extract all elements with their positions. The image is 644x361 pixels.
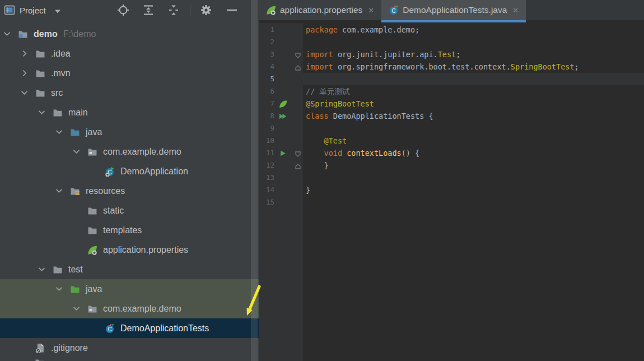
code-line-5: 5 [259,73,644,85]
chevron-spacer [73,207,87,215]
chevron-expanded-icon[interactable] [3,30,18,38]
folder-test-icon [70,284,81,294]
code-line-2: 2 [259,36,644,48]
project-tree: demoF:\demo.idea.mvnsrcmainjavacom.examp… [0,20,259,358]
tree-item-demoapplicationtests[interactable]: CDemoApplicationTests [0,318,259,338]
tree-item-application-properties[interactable]: application.properties [0,240,259,260]
code-editor[interactable]: 1package com.example.demo;23import org.j… [259,20,644,361]
file-ignored-icon [35,343,46,353]
chevron-expanded-icon[interactable] [55,187,70,195]
spring-leaf-gutter-icon[interactable] [279,100,287,108]
chevron-expanded-icon[interactable] [55,285,70,293]
code-text: void contextLoads() { [306,147,419,159]
chevron-collapsed-icon[interactable] [21,70,35,77]
tab-close-icon[interactable]: ✕ [368,6,374,15]
tree-item-src[interactable]: src [0,83,259,103]
folder-icon [35,68,46,78]
code-line-8: 8class DemoApplicationTests { [259,110,644,122]
tree-item-label: .mvn [51,68,71,78]
token: @SpringBootTest [306,99,374,108]
chevron-spacer [90,325,105,332]
tree-item-java[interactable]: java [0,279,259,299]
token: Test [438,50,456,59]
tab-bar-filler [526,0,644,20]
tree-item-label: templates [103,225,142,235]
tree-item-test[interactable]: test [0,260,259,279]
class-springboot-icon: C [105,166,116,177]
tree-item-templates[interactable]: templates [0,220,259,240]
tree-item-main[interactable]: main [0,103,259,122]
tree-item-label: DemoApplication [120,166,188,177]
tree-item--idea[interactable]: .idea [0,44,259,63]
code-text: class DemoApplicationTests { [306,110,433,122]
tree-item-static[interactable]: static [0,201,259,220]
run-test-gutter-icon[interactable] [279,149,287,158]
folder-icon [87,225,99,235]
fold-marker-down[interactable] [295,51,301,58]
tree-item-label: static [103,206,124,216]
run-class-gutter-icon[interactable] [279,112,287,121]
locate-icon[interactable] [116,3,130,17]
panel-title[interactable]: Project [20,6,46,15]
expand-all-icon[interactable] [142,3,155,17]
line-number: 13 [259,172,274,184]
chevron-expanded-icon[interactable] [73,148,87,156]
settings-gear-icon[interactable] [199,3,213,17]
spring-config-icon [266,5,276,15]
code-text: } [306,159,329,172]
tree-item-label: com.example.demo [103,304,181,314]
chevron-expanded-icon[interactable] [73,305,87,313]
tree-item--mvn[interactable]: .mvn [0,63,259,83]
tab-close-icon[interactable]: ✕ [512,6,519,15]
fold-marker-up[interactable] [295,63,301,70]
tree-item-com-example-demo[interactable]: com.example.demo [0,142,259,161]
spring-config-icon [87,245,99,255]
tree-item-demoapplication[interactable]: CDemoApplication [0,161,259,181]
tree-item-demo[interactable]: demoF:\demo [0,24,259,44]
hide-panel-icon[interactable] [225,3,239,17]
tree-item-java[interactable]: java [0,122,259,142]
code-text: package com.example.demo; [306,24,419,36]
code-line-10: 10 @Test [259,135,644,147]
tree-item-com-example-demo[interactable]: com.example.demo [0,299,259,318]
collapse-all-icon[interactable] [167,3,180,17]
fold-marker-down[interactable] [295,150,301,156]
token: com.example.demo; [342,25,419,34]
token: package [306,25,342,34]
token: import [306,62,338,71]
svg-text:C: C [392,8,396,14]
chevron-expanded-icon[interactable] [38,266,53,274]
token [306,136,324,145]
dropdown-caret-icon[interactable] [54,7,62,13]
tree-item-label: application.properties [103,245,188,255]
tree-item-resources[interactable]: resources [0,181,259,201]
tab-demoapplicationtests-java[interactable]: C DemoApplicationTests.java ✕ [381,0,526,20]
ide-window: Project [0,0,644,361]
chevron-expanded-icon[interactable] [21,89,35,97]
code-text: @SpringBootTest [306,98,374,110]
code-line-3: 3import org.junit.jupiter.api.Test; [259,48,644,61]
folder-resources-icon [70,186,81,196]
code-line-6: 6// 单元测试 [259,85,644,98]
folder-icon [53,108,64,118]
code-line-1: 1package com.example.demo; [259,24,644,36]
tree-item-label: .gitignore [51,343,88,353]
panel-splitter[interactable] [251,0,258,361]
chevron-expanded-icon[interactable] [55,128,70,136]
chevron-expanded-icon[interactable] [38,109,53,117]
line-number: 11 [259,147,274,159]
folder-icon [35,49,46,59]
code-text: // 单元测试 [306,85,349,98]
line-number: 4 [259,61,274,73]
token: contextLoads [347,149,402,158]
tab-application-properties[interactable]: application.properties ✕ [259,0,381,20]
token: org.junit.jupiter.api. [338,50,438,59]
line-number: 10 [259,135,274,147]
line-number: 9 [259,122,274,135]
tree-item--gitignore[interactable]: .gitignore [0,338,259,358]
fold-marker-up[interactable] [295,162,301,169]
toolbar-divider [190,4,190,16]
chevron-collapsed-icon[interactable] [21,50,35,58]
code-line-13: 13 [259,172,644,184]
code-text: } [306,184,310,196]
